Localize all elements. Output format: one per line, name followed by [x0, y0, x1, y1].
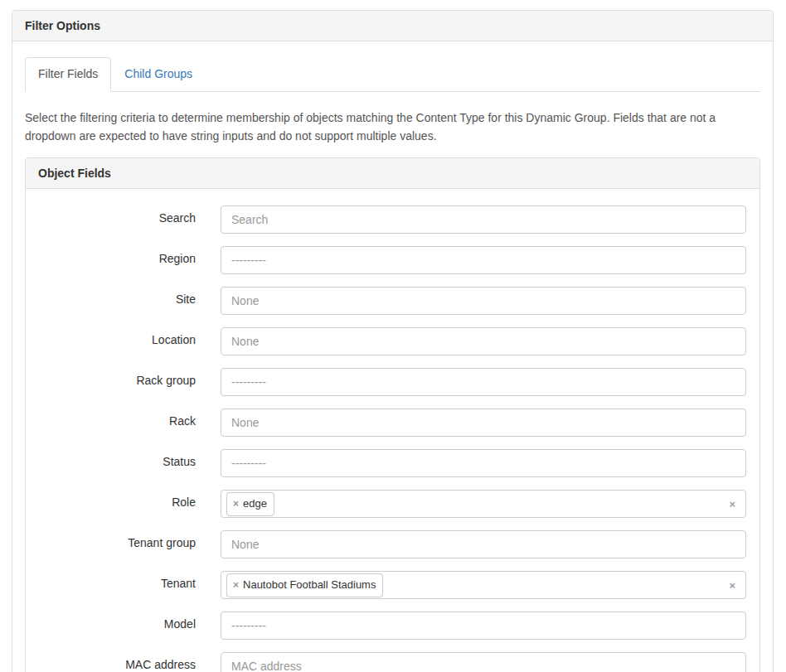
location-select[interactable]: None: [221, 327, 746, 355]
selected-tag: ×edge: [226, 492, 274, 516]
form-row-location: LocationNone: [38, 327, 746, 355]
select-placeholder-text: None: [231, 414, 259, 431]
field-control-wrap: ---------: [221, 612, 746, 640]
form-row-mac-address: MAC address: [38, 652, 746, 672]
object-fields-panel: Object Fields SearchRegion---------SiteN…: [25, 157, 760, 672]
clear-selection-icon[interactable]: ×: [729, 499, 735, 510]
rack-select[interactable]: None: [221, 409, 746, 437]
field-control-wrap: [221, 652, 746, 672]
field-control-wrap: None: [221, 530, 746, 558]
field-control-wrap: ×edge×: [221, 490, 746, 518]
form-row-tenant: Tenant×Nautobot Football Stadiums×: [38, 571, 746, 599]
tab-filter-fields-label[interactable]: Filter Fields: [25, 57, 111, 92]
status-select[interactable]: ---------: [221, 449, 746, 477]
region-select[interactable]: ---------: [221, 246, 746, 274]
field-label-mac-address: MAC address: [38, 652, 196, 671]
field-label-region: Region: [38, 246, 196, 265]
field-control-wrap: ---------: [221, 368, 746, 396]
site-select[interactable]: None: [221, 287, 746, 315]
tab-bar: Filter Fields Child Groups: [25, 57, 760, 92]
field-label-tenant: Tenant: [38, 571, 196, 590]
field-control-wrap: ---------: [221, 246, 746, 274]
tenant-group-select[interactable]: None: [221, 530, 746, 558]
tab-filter-fields[interactable]: Filter Fields: [25, 57, 111, 92]
field-control-wrap: None: [221, 327, 746, 355]
tenant-multiselect[interactable]: ×Nautobot Football Stadiums: [221, 571, 746, 599]
object-fields-body: SearchRegion---------SiteNoneLocationNon…: [26, 189, 759, 672]
field-label-search: Search: [38, 205, 196, 225]
field-label-site: Site: [38, 287, 196, 306]
field-control-wrap: ×Nautobot Football Stadiums×: [221, 571, 746, 599]
field-control-wrap: [221, 205, 746, 234]
field-label-status: Status: [38, 449, 196, 468]
remove-tag-icon[interactable]: ×: [233, 577, 239, 593]
panel-body: Filter Fields Child Groups Select the fi…: [12, 41, 773, 672]
selected-tag: ×Nautobot Football Stadiums: [226, 573, 383, 597]
form-row-site: SiteNone: [38, 287, 746, 315]
field-control-wrap: None: [221, 287, 746, 315]
field-label-rack-group: Rack group: [38, 368, 196, 387]
tag-label: edge: [243, 496, 267, 512]
select-placeholder-text: ---------: [231, 617, 266, 634]
select-placeholder-text: ---------: [231, 374, 266, 390]
remove-tag-icon[interactable]: ×: [233, 496, 239, 512]
field-control-wrap: ---------: [221, 449, 746, 477]
select-placeholder-text: None: [231, 536, 259, 553]
form-row-region: Region---------: [38, 246, 746, 274]
field-label-location: Location: [38, 327, 196, 346]
role-multiselect[interactable]: ×edge: [221, 490, 746, 518]
field-label-tenant-group: Tenant group: [38, 530, 196, 549]
object-fields-title: Object Fields: [26, 158, 759, 189]
rack-group-select[interactable]: ---------: [221, 368, 746, 396]
select-placeholder-text: None: [231, 333, 259, 350]
select-placeholder-text: ---------: [231, 252, 266, 268]
select-placeholder-text: ---------: [231, 455, 266, 471]
model-select[interactable]: ---------: [221, 612, 746, 640]
form-row-status: Status---------: [38, 449, 746, 477]
mac-address-input[interactable]: [221, 652, 746, 672]
filter-help-text: Select the filtering criteria to determi…: [25, 109, 760, 145]
select-placeholder-text: None: [231, 292, 259, 309]
form-row-role: Role×edge×: [38, 490, 746, 518]
form-row-tenant-group: Tenant groupNone: [38, 530, 746, 558]
field-label-role: Role: [38, 490, 196, 509]
filter-options-panel: Filter Options Filter Fields Child Group…: [12, 10, 774, 672]
field-label-model: Model: [38, 612, 196, 631]
field-control-wrap: None: [221, 409, 746, 437]
tab-child-groups[interactable]: Child Groups: [111, 57, 206, 92]
panel-title: Filter Options: [12, 11, 773, 41]
clear-selection-icon[interactable]: ×: [729, 580, 735, 591]
form-row-model: Model---------: [38, 612, 746, 640]
form-row-rack-group: Rack group---------: [38, 368, 746, 396]
form-row-rack: RackNone: [38, 409, 746, 437]
tag-label: Nautobot Football Stadiums: [243, 577, 376, 593]
search-input[interactable]: [221, 205, 746, 234]
form-row-search: Search: [38, 205, 746, 234]
tab-child-groups-label[interactable]: Child Groups: [111, 57, 206, 92]
field-label-rack: Rack: [38, 409, 196, 428]
